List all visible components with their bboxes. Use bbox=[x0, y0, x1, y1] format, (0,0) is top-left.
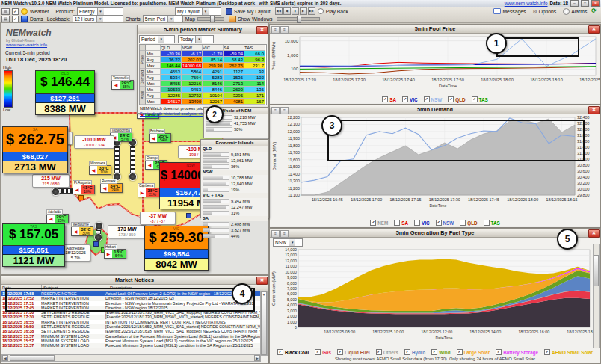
legend-item-aemo-small-solar[interactable]: ✓AEMO Small Solar bbox=[544, 349, 593, 355]
region-price-box-vic[interactable]: VIC$ 259.30$99,5848042 MW bbox=[144, 226, 209, 271]
legend-checkbox[interactable]: ✓ bbox=[402, 96, 408, 102]
svg-text:12,000: 12,000 bbox=[288, 129, 300, 134]
summary-cell: 146.44 bbox=[161, 63, 182, 69]
map-site-link[interactable]: www.nem-watch.info bbox=[6, 43, 47, 47]
legend-item-nsw[interactable]: ✓NSW bbox=[436, 220, 454, 226]
metric-row: 30% bbox=[204, 126, 268, 132]
maximize-button[interactable]: □ bbox=[581, 0, 589, 7]
show-windows-button[interactable]: Show Windows bbox=[226, 15, 274, 23]
legend-item-black-coal[interactable]: ✓Black Coal bbox=[277, 349, 309, 355]
alarms-button[interactable]: Alarms bbox=[561, 7, 589, 16]
legend-item-vic[interactable]: ✓VIC bbox=[402, 96, 418, 102]
playback-buttons[interactable]: ◀◀◀▮▶▶▶ bbox=[275, 7, 315, 15]
legend-checkbox[interactable]: ✓ bbox=[544, 349, 550, 355]
legend-checkbox[interactable]: ✓ bbox=[448, 96, 454, 102]
weather-station: Adelaide◀29°C25% bbox=[46, 214, 69, 223]
weather-checkbox[interactable]: ✓ bbox=[12, 8, 19, 15]
legend-item-tas[interactable]: ✓TAS bbox=[472, 96, 488, 102]
legend-checkbox[interactable]: ✓ bbox=[404, 349, 410, 355]
messages-button[interactable]: Messages bbox=[491, 7, 528, 16]
notices-hscrollbar[interactable]: ◀▶ bbox=[1, 354, 261, 362]
generation-close-icon[interactable]: ✕ bbox=[588, 229, 600, 238]
charts-select[interactable]: 5min Peri▼ bbox=[143, 15, 183, 23]
generation-region-select[interactable]: NSW▼ bbox=[273, 238, 303, 247]
legend-item-large-solar[interactable]: ✓Large Solar bbox=[457, 349, 490, 355]
legend-checkbox[interactable]: ✓ bbox=[496, 349, 502, 355]
pool-price-window: ≡≡5min Pool Price✕ 1001,00010,00018/12/2… bbox=[269, 24, 601, 105]
summary-cell: 1127 bbox=[224, 69, 244, 75]
legend-item-vic[interactable]: VIC bbox=[414, 220, 430, 226]
legend-item-qld[interactable]: ✓QLD bbox=[448, 96, 465, 102]
pool-close-icon[interactable]: ✕ bbox=[588, 25, 600, 34]
notices-vscrollbar[interactable]: ▲▼ bbox=[260, 291, 268, 356]
summary-period-select[interactable]: Period▼ bbox=[139, 35, 175, 43]
legend-checkbox[interactable]: ✓ bbox=[376, 349, 382, 355]
summary-row: Avg36.22202.0385.1468.4396.3 bbox=[140, 57, 266, 63]
notice-row[interactable]: 18/12/2025 15:57MINIMUM SYSTEM LOADForec… bbox=[1, 343, 268, 348]
legend-checkbox[interactable]: ✓ bbox=[337, 349, 343, 355]
legend-item-sa[interactable]: SA bbox=[394, 220, 408, 226]
legend-checkbox[interactable] bbox=[460, 220, 466, 226]
arrow-left-icon: ◀ bbox=[101, 184, 108, 192]
weather-station: Melbourne◀32°C30% bbox=[71, 226, 93, 236]
svg-text:5,000: 5,000 bbox=[287, 297, 297, 302]
legend-checkbox[interactable]: ✓ bbox=[277, 349, 283, 355]
summary-cell: 12732 bbox=[182, 93, 203, 99]
legend-checkbox[interactable]: ✓ bbox=[424, 96, 430, 102]
region-price-box-sa[interactable]: SA$ 262.75$68,0272713 MW bbox=[2, 126, 68, 173]
refresh-icon[interactable]: ⟳ bbox=[591, 8, 597, 14]
alarm-icon bbox=[563, 8, 570, 15]
demand-close-icon[interactable]: ✕ bbox=[588, 106, 600, 114]
dams-checkbox[interactable]: ✓ bbox=[12, 16, 19, 22]
summary-row-label: Min bbox=[146, 87, 161, 93]
summary-row-label: Avg bbox=[146, 93, 161, 99]
metric-row: 10,788 MW bbox=[201, 175, 268, 181]
legend-checkbox[interactable] bbox=[484, 220, 490, 226]
map-zoom-slider[interactable] bbox=[197, 17, 224, 21]
legend-item-battery-storage[interactable]: ✓Battery Storage bbox=[496, 349, 538, 355]
legend-checkbox[interactable]: ✓ bbox=[315, 349, 321, 355]
interconnector-flow-label: 215 MW215 / 680 bbox=[32, 174, 70, 188]
playback-radio[interactable] bbox=[318, 8, 324, 14]
legend-item-hydro[interactable]: ✓Hydro bbox=[404, 349, 425, 355]
minimize-button[interactable]: – bbox=[570, 0, 579, 7]
windows-slider[interactable] bbox=[277, 17, 320, 21]
legend-checkbox[interactable]: ✓ bbox=[472, 96, 478, 102]
options-button[interactable]: ⚙Options bbox=[530, 7, 558, 16]
summary-cell: 259.30 bbox=[203, 63, 224, 69]
region-price-box-qld[interactable]: QLD$ 146.44$127,2618388 MW bbox=[35, 70, 95, 115]
close-button[interactable]: × bbox=[591, 0, 600, 7]
legend-item-sa[interactable]: ✓SA bbox=[382, 96, 396, 102]
legend-item-wind[interactable]: ✓Wind bbox=[431, 349, 450, 355]
legend-checkbox[interactable]: ✓ bbox=[457, 349, 463, 355]
legend-checkbox[interactable]: ✓ bbox=[382, 96, 388, 102]
legend-item-qld[interactable]: QLD bbox=[460, 220, 477, 226]
svg-text:12,200: 12,200 bbox=[288, 115, 300, 120]
legend-checkbox[interactable]: ✓ bbox=[431, 349, 437, 355]
legend-checkbox[interactable]: ✓ bbox=[370, 220, 376, 226]
legend-checkbox[interactable] bbox=[394, 220, 400, 226]
layout-icon[interactable]: ▥ bbox=[1, 8, 10, 15]
generation-vscrollbar[interactable] bbox=[593, 244, 600, 348]
weather-station-name: Brisbane bbox=[149, 129, 165, 134]
svg-text:18/12/2025 18:00: 18/12/2025 18:00 bbox=[507, 197, 538, 202]
legend-item-liquid-fuel[interactable]: ✓Liquid Fuel bbox=[337, 349, 370, 355]
legend-item-nem[interactable]: ✓NEM bbox=[370, 220, 388, 226]
legend-checkbox[interactable]: ✓ bbox=[436, 220, 442, 226]
summary-range-select[interactable]: Today▼ bbox=[178, 35, 214, 43]
legend-item-tas[interactable]: TAS bbox=[484, 220, 500, 226]
titlebar-site-link[interactable]: www.nem-watch.info bbox=[505, 1, 548, 6]
svg-text:10,000: 10,000 bbox=[285, 270, 297, 274]
legend-checkbox[interactable] bbox=[414, 220, 420, 226]
lookback-select[interactable]: 12 Hours▼ bbox=[73, 15, 123, 23]
legend-item-others[interactable]: ✓Others bbox=[376, 349, 398, 355]
metric-bar bbox=[203, 222, 229, 226]
flow-value: 173 MW bbox=[110, 226, 144, 232]
layout2-icon[interactable]: ▤ bbox=[1, 16, 10, 22]
legend-item-nsw[interactable]: ✓NSW bbox=[424, 96, 443, 102]
region-price-box-tas[interactable]: TAS$ 157.05$156,0511121 MW bbox=[2, 223, 65, 267]
summary-close-icon[interactable]: ✕ bbox=[256, 26, 268, 34]
map-slider-label: Map bbox=[185, 16, 195, 22]
notices-close-icon[interactable]: ✕ bbox=[256, 277, 268, 285]
legend-item-gas[interactable]: ✓Gas bbox=[315, 349, 331, 355]
